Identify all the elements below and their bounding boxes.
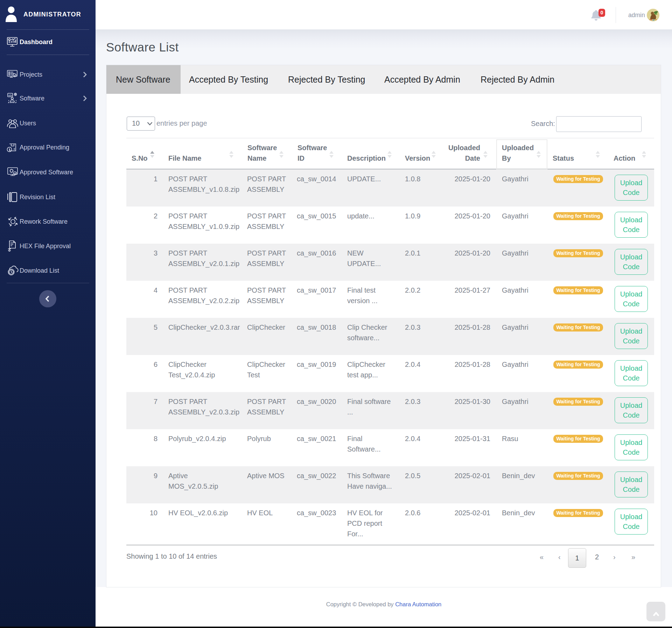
svg-text:nf: nf	[652, 19, 655, 21]
svg-text:</>: </>	[8, 94, 12, 97]
svg-text:ha: ha	[650, 19, 652, 21]
svg-text:er: er	[655, 19, 657, 21]
